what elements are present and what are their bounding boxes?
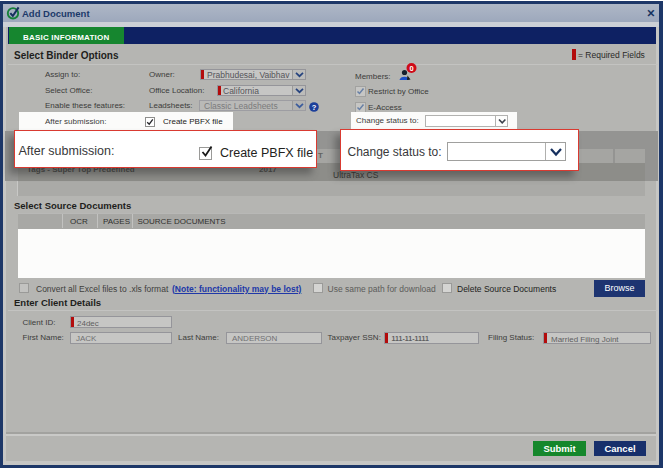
svg-text:0: 0 — [409, 64, 413, 73]
svg-text:?: ? — [311, 102, 316, 111]
